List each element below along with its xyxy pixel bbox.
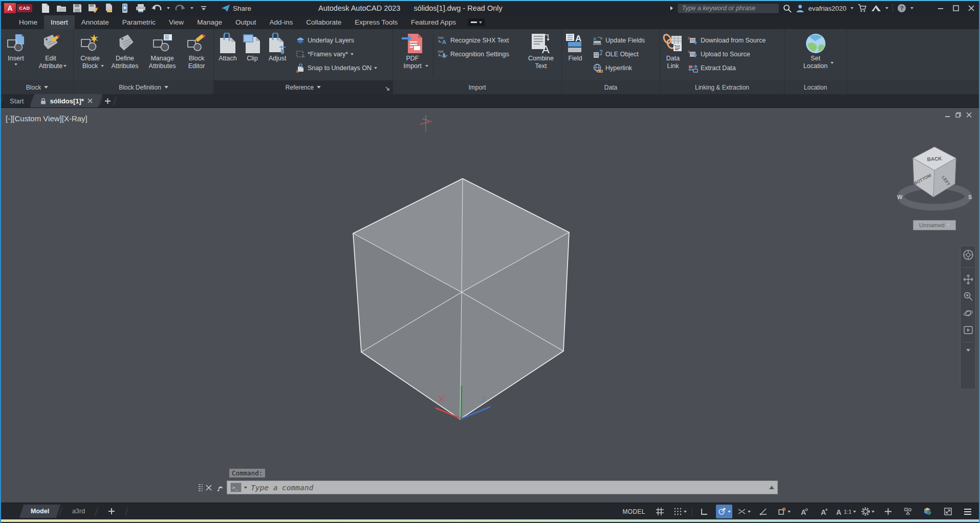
frames-dropdown-icon[interactable] [351,53,354,55]
command-prompt-icon[interactable]: >_ [230,483,242,492]
panel-title-import[interactable]: Import [393,80,561,94]
insert-block-button[interactable]: Insert [1,31,31,80]
command-input-field[interactable]: >_ [227,481,778,494]
tab-add-ins[interactable]: Add-ins [263,15,299,29]
insert-dropdown-icon[interactable] [14,63,17,66]
isometric-drafting-toggle[interactable] [736,505,752,518]
set-location-button[interactable]: Set Location [798,31,834,80]
workspace-switching-button[interactable] [860,505,876,518]
app-menu-button[interactable]: A CAD [4,3,32,13]
create-block-button[interactable]: Create Block [74,31,106,80]
doc-close-icon[interactable] [966,112,972,118]
annotation-autoscale-toggle[interactable]: A [816,505,832,518]
polar-tracking-toggle[interactable] [716,505,732,518]
full-navigation-wheel-icon[interactable] [963,249,974,260]
create-block-dropdown-icon[interactable] [101,65,104,67]
tab-manage[interactable]: Manage [190,15,229,29]
viewcube[interactable]: W S BACK BOTTOM LEFT [894,144,975,205]
file-tab-start[interactable]: Start [2,94,32,107]
tab-output[interactable]: Output [229,15,263,29]
model-tab[interactable]: Model [21,503,58,519]
tab-collaborate[interactable]: Collaborate [299,15,348,29]
customization-menu-button[interactable] [960,505,976,518]
tab-view[interactable]: View [162,15,190,29]
share-button[interactable]: Share [221,4,251,12]
tab-home[interactable]: Home [12,15,44,29]
extract-data-button[interactable]: Extract Data [688,62,766,74]
reference-dialog-launcher-icon[interactable] [385,86,390,91]
zoom-icon[interactable] [963,291,973,301]
viewport-controls-menu[interactable]: [-] [6,114,12,123]
snap-to-underlays-button[interactable]: Snap to Underlays ON [296,62,377,74]
snap-mode-toggle[interactable] [672,505,688,518]
redo-button[interactable] [175,3,186,14]
frames-vary-button[interactable]: (x) *Frames vary* [296,49,377,60]
minimize-button[interactable] [935,2,946,14]
named-view-selector[interactable]: Unnamed [913,220,956,230]
command-close-icon[interactable] [206,485,212,491]
plot-button[interactable] [135,3,146,14]
upload-to-source-button[interactable]: 8 Upload to Source [688,49,766,60]
tab-insert[interactable]: Insert [44,15,75,29]
object-snap-toggle[interactable] [776,505,792,518]
tab-close-icon[interactable] [88,98,93,103]
autodesk-logo-icon[interactable] [871,5,881,12]
data-link-button[interactable]: Data Link [660,31,686,80]
autodesk-dropdown-icon[interactable] [885,7,888,9]
clip-button[interactable]: Clip [242,31,263,80]
help-dropdown-icon[interactable] [910,7,913,9]
user-dropdown-icon[interactable] [851,7,854,9]
recognize-shx-text-button[interactable]: PDFA Recognize SHX Text [438,35,522,46]
pan-icon[interactable] [963,274,973,285]
orbit-icon[interactable] [963,308,973,318]
doc-restore-icon[interactable] [955,112,961,118]
combine-text-button[interactable]: A Combine Text [522,31,559,80]
close-button[interactable] [966,2,977,14]
annotation-monitor-button[interactable] [880,505,896,518]
file-tab-solidos[interactable]: sólidos[1]* [32,94,100,107]
field-button[interactable]: A Field [562,31,589,80]
edit-attribute-dropdown-icon[interactable] [63,65,67,67]
panel-title-block-definition[interactable]: Block Definition [74,80,213,94]
showmotion-icon[interactable] [963,325,973,335]
undo-dropdown-icon[interactable] [167,7,170,9]
drawing-area[interactable]: Z [-] [Custom View] [X-Ray] W S [1,108,979,503]
cart-icon[interactable] [858,4,867,12]
annotation-scale-button[interactable]: A1:1 [836,505,856,518]
snap-underlays-dropdown-icon[interactable] [374,67,377,69]
annotation-visibility-toggle[interactable]: A [796,505,812,518]
search-box[interactable] [678,4,779,13]
search-icon[interactable] [783,4,792,13]
recognition-settings-button[interactable]: PDFA Recognition Settings [438,49,522,60]
underlay-layers-button[interactable]: Underlay Layers [296,35,377,46]
panel-title-data[interactable]: Data [562,80,660,94]
attach-button[interactable]: Attach [214,31,242,80]
pdf-import-button[interactable]: PDF Import [393,31,432,80]
tab-featured-apps[interactable]: Featured Apps [404,15,463,29]
open-file-button[interactable] [56,3,67,14]
ribbon-display-toggle[interactable] [468,18,485,26]
username-label[interactable]: evafrias2020 [809,5,846,12]
set-location-dropdown-icon[interactable] [831,62,834,64]
search-collapse-icon[interactable] [669,6,673,11]
adjust-button[interactable]: Adjust [263,31,292,80]
doc-minimize-icon[interactable] [945,112,950,118]
layout-tab-a3rd[interactable]: a3rd [63,503,94,519]
define-attributes-button[interactable]: Define Attributes [106,31,143,80]
command-drag-handle[interactable] [199,484,203,491]
new-tab-button[interactable] [101,94,115,107]
redo-dropdown-icon[interactable] [190,7,193,9]
customize-qat-button[interactable] [198,3,209,14]
maximize-button[interactable] [950,2,962,14]
tab-express-tools[interactable]: Express Tools [348,15,404,29]
new-layout-button[interactable] [99,503,124,519]
download-from-source-button[interactable]: 8 Download from Source [688,35,766,46]
save-button[interactable] [72,3,83,14]
panel-title-reference[interactable]: Reference [214,80,393,94]
navbar-expand-icon[interactable] [966,349,970,352]
panel-title-linking-extraction[interactable]: Linking & Extraction [660,80,784,94]
tab-parametric[interactable]: Parametric [116,15,162,29]
edit-attribute-button[interactable]: Edit Attribute [31,31,71,80]
command-expand-icon[interactable] [769,486,774,489]
viewport-view-menu[interactable]: [Custom View] [12,114,61,123]
